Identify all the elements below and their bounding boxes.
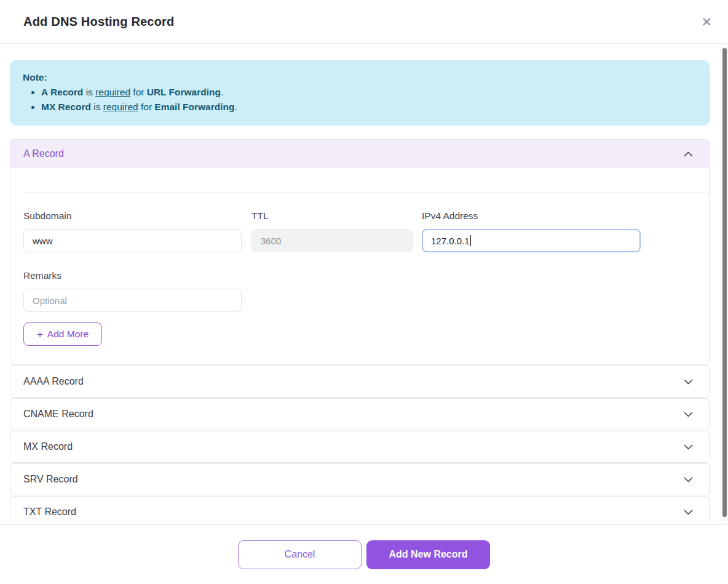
chevron-up-icon [684,151,693,157]
mx-record-panel: MX Record [10,431,710,463]
add-more-label: Add More [47,329,89,340]
plus-icon: + [37,329,43,340]
subdomain-label: Subdomain [23,210,242,222]
srv-record-title: SRV Record [23,474,78,485]
modal-header: Add DNS Hosting Record ✕ [0,0,728,44]
note-box: Note: A Record is required for URL Forwa… [10,60,710,126]
chevron-down-icon [684,477,693,482]
form-row-1: Subdomain TTL IPv4 Address 127.0.0.1 [23,193,696,252]
cname-record-panel: CNAME Record [10,398,710,430]
subdomain-field-group: Subdomain [23,193,242,252]
text-caret [470,235,471,246]
a-record-panel: A Record Subdomain TTL IPv4 Address [10,139,710,365]
srv-record-panel: SRV Record [10,463,710,495]
modal-body: Note: A Record is required for URL Forwa… [0,44,728,528]
modal-title: Add DNS Hosting Record [23,15,175,29]
aaaa-record-panel: AAAA Record [10,366,710,398]
note-bullet-mx-record: MX Record is required for Email Forwardi… [41,100,697,114]
note-list: A Record is required for URL Forwarding.… [23,85,697,114]
note-bullet-a-record: A Record is required for URL Forwarding. [41,85,697,100]
subdomain-input[interactable] [23,229,242,252]
chevron-down-icon [684,444,693,450]
add-new-record-button[interactable]: Add New Record [366,540,490,569]
ttl-input [251,229,413,252]
ttl-field-group: TTL [251,193,413,252]
add-more-button[interactable]: + Add More [23,322,102,346]
ipv4-label: IPv4 Address [422,210,641,222]
mx-record-header[interactable]: MX Record [10,431,709,462]
a-record-header[interactable]: A Record [10,140,709,168]
scrollbar-thumb[interactable] [722,48,727,517]
aaaa-record-title: AAAA Record [23,376,84,387]
ipv4-address-input[interactable]: 127.0.0.1 [422,229,641,252]
chevron-down-icon [684,510,693,515]
aaaa-record-header[interactable]: AAAA Record [10,366,709,397]
vertical-scrollbar[interactable] [721,44,728,524]
remarks-input[interactable] [23,289,242,312]
form-row-2: Remarks [23,252,696,312]
txt-record-panel: TXT Record [10,496,710,528]
txt-record-title: TXT Record [23,506,76,518]
srv-record-header[interactable]: SRV Record [10,464,709,495]
remarks-label: Remarks [23,270,242,281]
remarks-field-group: Remarks [23,252,242,312]
close-icon[interactable]: ✕ [698,13,714,31]
cancel-button[interactable]: Cancel [238,540,362,569]
note-heading: Note: [23,70,697,85]
a-record-title: A Record [23,148,64,159]
a-record-body: Subdomain TTL IPv4 Address 127.0.0.1 [10,192,709,364]
record-accordion: A Record Subdomain TTL IPv4 Address [10,139,710,528]
ttl-label: TTL [251,210,413,222]
txt-record-header[interactable]: TXT Record [10,497,709,527]
cname-record-header[interactable]: CNAME Record [10,399,709,430]
modal-footer: Cancel Add New Record [0,524,728,584]
cname-record-title: CNAME Record [23,409,93,420]
mx-record-title: MX Record [23,441,73,452]
chevron-down-icon [684,412,693,417]
ipv4-value: 127.0.0.1 [431,236,470,246]
chevron-down-icon [684,379,693,385]
ipv4-field-group: IPv4 Address 127.0.0.1 [422,193,641,252]
